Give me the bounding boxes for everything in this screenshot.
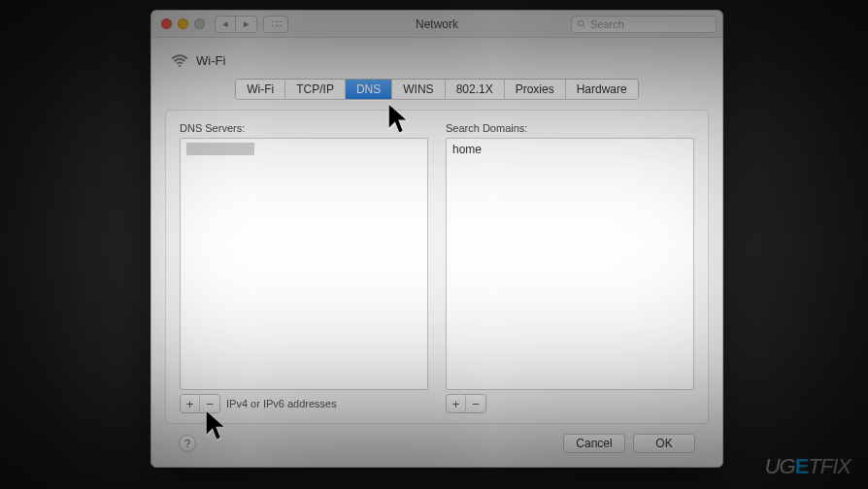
dns-footnote: IPv4 or IPv6 addresses xyxy=(226,398,337,409)
search-domains-label: Search Domains: xyxy=(446,122,694,134)
tab-dns[interactable]: DNS xyxy=(346,80,392,99)
minimize-dot[interactable] xyxy=(178,18,188,29)
dns-servers-label: DNS Servers: xyxy=(180,122,428,134)
zoom-dot[interactable] xyxy=(194,18,205,29)
search-icon xyxy=(577,19,586,29)
search-input[interactable]: Search xyxy=(571,16,717,33)
list-item[interactable] xyxy=(184,142,423,159)
back-button[interactable]: ◂ xyxy=(215,16,236,33)
list-item[interactable]: home xyxy=(451,142,689,157)
search-domains-list[interactable]: home xyxy=(446,138,694,390)
interface-header: Wi-Fi xyxy=(171,51,709,69)
tab-hardware[interactable]: Hardware xyxy=(566,80,638,99)
cancel-button[interactable]: Cancel xyxy=(563,434,625,453)
svg-point-0 xyxy=(578,20,584,26)
tab-8021x[interactable]: 802.1X xyxy=(446,80,505,99)
tab-tcpip[interactable]: TCP/IP xyxy=(285,80,346,99)
tab-bar: Wi-Fi TCP/IP DNS WINS 802.1X Proxies Har… xyxy=(165,79,709,100)
help-button[interactable]: ? xyxy=(179,435,196,452)
tab-wins[interactable]: WINS xyxy=(392,80,445,99)
watermark: UGETFIX xyxy=(765,454,851,479)
search-placeholder: Search xyxy=(590,18,624,30)
dns-add-button[interactable]: + xyxy=(181,395,200,412)
wifi-icon xyxy=(171,51,188,69)
forward-button[interactable]: ▸ xyxy=(236,16,257,33)
show-all-button[interactable]: ∷∷ xyxy=(263,16,288,33)
domain-remove-button[interactable]: − xyxy=(466,395,485,412)
interface-name: Wi-Fi xyxy=(196,53,225,68)
ok-button[interactable]: OK xyxy=(633,434,695,453)
titlebar: ◂ ▸ ∷∷ Network Search xyxy=(151,11,722,38)
window-controls xyxy=(161,18,205,29)
dns-servers-list[interactable] xyxy=(180,138,428,390)
dns-panel: DNS Servers: + − IPv4 or IPv6 addresses … xyxy=(165,110,709,424)
svg-line-1 xyxy=(583,25,585,28)
network-preferences-window: ◂ ▸ ∷∷ Network Search Wi-Fi Wi-Fi TCP/IP… xyxy=(150,10,723,468)
dns-remove-button[interactable]: − xyxy=(200,395,219,412)
tab-proxies[interactable]: Proxies xyxy=(505,80,566,99)
domain-add-button[interactable]: + xyxy=(447,395,466,412)
tab-wifi[interactable]: Wi-Fi xyxy=(236,80,285,99)
redacted-server xyxy=(186,143,254,155)
footer: ? Cancel OK xyxy=(165,424,709,453)
close-dot[interactable] xyxy=(161,18,172,29)
